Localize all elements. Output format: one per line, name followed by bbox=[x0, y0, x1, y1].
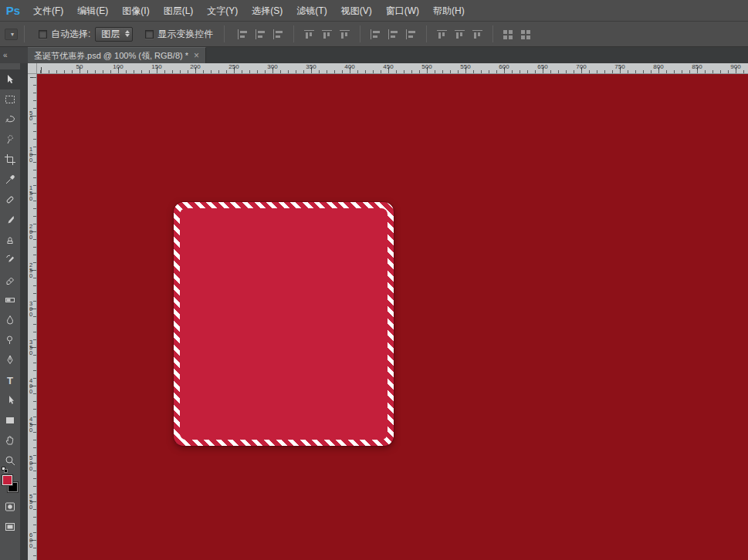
menu-item-0[interactable]: 文件(F) bbox=[26, 0, 70, 22]
vertical-ruler[interactable]: 50100150200250300350400450500550600 bbox=[28, 74, 37, 560]
quick-mask-button[interactable] bbox=[0, 497, 20, 517]
menu-item-9[interactable]: 帮助(H) bbox=[426, 0, 472, 22]
screen-mode-button[interactable] bbox=[0, 517, 20, 537]
ruler-label: 850 bbox=[692, 63, 702, 70]
menu-item-2[interactable]: 图像(I) bbox=[115, 0, 156, 22]
menu-item-6[interactable]: 滤镜(T) bbox=[289, 0, 333, 22]
menu-item-3[interactable]: 图层(L) bbox=[157, 0, 201, 22]
menu-item-1[interactable]: 编辑(E) bbox=[70, 0, 115, 22]
align-horizontal-centers-icon[interactable] bbox=[321, 29, 333, 39]
blur-tool[interactable] bbox=[0, 310, 20, 330]
hand-tool[interactable] bbox=[0, 430, 20, 450]
align-bottom-edges-icon[interactable] bbox=[272, 29, 284, 39]
icon-group-3 bbox=[433, 29, 486, 39]
lasso-tool[interactable] bbox=[0, 110, 20, 130]
auto-align-layers-icon[interactable] bbox=[503, 29, 514, 39]
quick-selection-tool[interactable] bbox=[0, 130, 20, 150]
close-icon[interactable]: × bbox=[194, 51, 199, 60]
rectangular-marquee-tool[interactable] bbox=[0, 89, 20, 110]
default-colors-icon[interactable] bbox=[2, 467, 8, 474]
ruler-label: 50 bbox=[28, 110, 34, 121]
move-tool[interactable] bbox=[0, 69, 20, 89]
brush-tool[interactable] bbox=[0, 210, 20, 230]
auto-select-checkbox[interactable] bbox=[39, 30, 47, 39]
path-selection-tool[interactable] bbox=[0, 390, 20, 410]
distribute-right-edges-icon[interactable] bbox=[472, 29, 483, 39]
eraser-tool[interactable] bbox=[0, 270, 20, 290]
show-transform-checkbox[interactable] bbox=[145, 30, 154, 39]
spot-healing-brush-tool[interactable] bbox=[0, 190, 20, 210]
distribute-horizontal-centers-icon[interactable] bbox=[454, 29, 465, 39]
ruler-label: 150 bbox=[151, 63, 161, 70]
type-tool-icon: T bbox=[7, 375, 13, 386]
ruler-label: 500 bbox=[28, 455, 34, 471]
ruler-label: 250 bbox=[28, 262, 34, 278]
distribute-bottom-edges-icon[interactable] bbox=[405, 29, 417, 39]
tools-panel-header: « bbox=[0, 47, 28, 63]
ruler-label: 450 bbox=[28, 417, 34, 433]
menu-bar: Ps 文件(F)编辑(E)图像(I)图层(L)文字(Y)选择(S)滤镜(T)视图… bbox=[0, 0, 748, 22]
panel-collapse-icon[interactable]: « bbox=[3, 52, 8, 59]
ruler-label: 800 bbox=[653, 63, 663, 70]
align-left-edges-icon[interactable] bbox=[303, 29, 315, 39]
menu-item-7[interactable]: 视图(V) bbox=[334, 0, 379, 22]
ruler-label: 50 bbox=[76, 63, 83, 70]
3d-mode-icon[interactable] bbox=[520, 29, 532, 39]
ruler-label: 550 bbox=[28, 494, 34, 510]
ruler-label: 700 bbox=[576, 63, 586, 70]
separator bbox=[492, 25, 493, 42]
foreground-color-swatch[interactable] bbox=[2, 475, 12, 485]
pen-tool[interactable] bbox=[0, 350, 20, 370]
separator bbox=[426, 25, 427, 42]
align-vertical-centers-icon[interactable] bbox=[255, 29, 266, 39]
move-tool-preset[interactable]: ▾ bbox=[5, 29, 18, 40]
spinner-arrows-icon bbox=[125, 30, 130, 37]
auto-select-target-dropdown[interactable]: 图层 bbox=[95, 27, 133, 42]
icon-group-1 bbox=[300, 29, 354, 39]
document-tab[interactable]: 圣诞节优惠券.psd @ 100% (领, RGB/8) * × bbox=[28, 47, 206, 63]
distribute-left-edges-icon[interactable] bbox=[436, 29, 448, 39]
ruler-label: 500 bbox=[421, 63, 432, 70]
quick-mask-icon bbox=[4, 501, 16, 513]
align-top-edges-icon[interactable] bbox=[237, 29, 249, 39]
dodge-tool[interactable] bbox=[0, 330, 20, 350]
separator bbox=[293, 25, 294, 42]
distribute-top-edges-icon[interactable] bbox=[370, 29, 381, 39]
ruler-label: 750 bbox=[614, 63, 624, 70]
ruler-label: 600 bbox=[499, 63, 509, 70]
tools-panel: T bbox=[0, 63, 20, 560]
auto-select-label: 自动选择: bbox=[51, 28, 90, 41]
align-right-edges-icon[interactable] bbox=[339, 29, 350, 39]
ruler-label: 650 bbox=[537, 63, 547, 70]
clone-stamp-tool[interactable] bbox=[0, 230, 20, 250]
chevron-down-icon: ▾ bbox=[11, 31, 14, 38]
ruler-label: 300 bbox=[267, 63, 277, 70]
menu-items: 文件(F)编辑(E)图像(I)图层(L)文字(Y)选择(S)滤镜(T)视图(V)… bbox=[26, 0, 472, 22]
ruler-label: 100 bbox=[113, 63, 123, 70]
history-brush-tool[interactable] bbox=[0, 250, 20, 270]
tools-panel-edge bbox=[20, 63, 28, 560]
ruler-label: 300 bbox=[28, 301, 34, 317]
horizontal-type-tool[interactable]: T bbox=[0, 370, 20, 390]
canvas[interactable] bbox=[37, 74, 748, 560]
ruler-origin[interactable] bbox=[28, 63, 37, 74]
menu-item-8[interactable]: 窗口(W) bbox=[379, 0, 426, 22]
icon-group-0 bbox=[234, 29, 287, 39]
align-groups bbox=[234, 25, 535, 42]
rectangle-tool[interactable] bbox=[0, 410, 20, 430]
menu-item-4[interactable]: 文字(Y) bbox=[200, 0, 245, 22]
icon-group-4 bbox=[499, 29, 535, 39]
separator bbox=[360, 25, 360, 42]
photoshop-window: Ps 文件(F)编辑(E)图像(I)图层(L)文字(Y)选择(S)滤镜(T)视图… bbox=[0, 0, 748, 560]
ruler-label: 200 bbox=[190, 63, 200, 70]
eyedropper-tool[interactable] bbox=[0, 170, 20, 190]
ruler-label: 550 bbox=[460, 63, 470, 70]
separator bbox=[224, 25, 225, 42]
gradient-tool[interactable] bbox=[0, 290, 20, 310]
menu-item-5[interactable]: 选择(S) bbox=[245, 0, 289, 22]
horizontal-ruler[interactable]: 5010015020025030035040045050055060065070… bbox=[37, 63, 748, 74]
ruler-label: 200 bbox=[28, 224, 34, 240]
ruler-label: 600 bbox=[28, 532, 34, 548]
distribute-vertical-centers-icon[interactable] bbox=[388, 29, 399, 39]
crop-tool[interactable] bbox=[0, 150, 20, 170]
